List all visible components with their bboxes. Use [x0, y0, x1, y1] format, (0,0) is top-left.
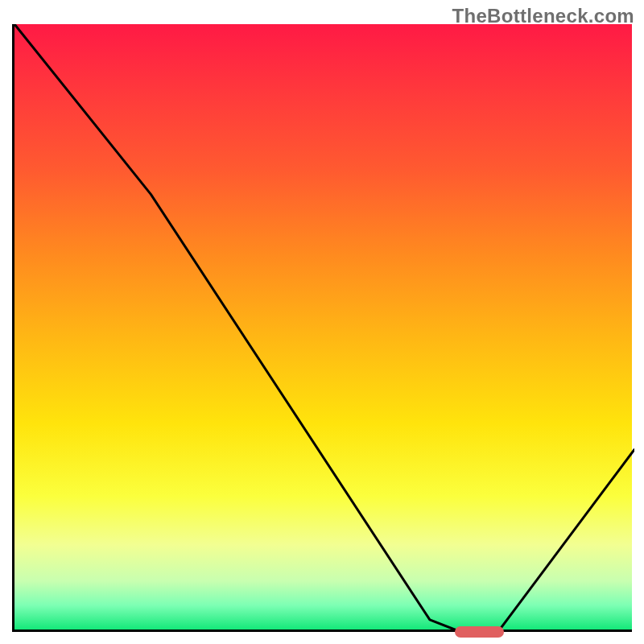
optimum-marker — [455, 626, 505, 638]
line-curve — [14, 24, 634, 632]
plot-area — [12, 24, 632, 632]
chart-container: TheBottleneck.com — [0, 0, 644, 644]
